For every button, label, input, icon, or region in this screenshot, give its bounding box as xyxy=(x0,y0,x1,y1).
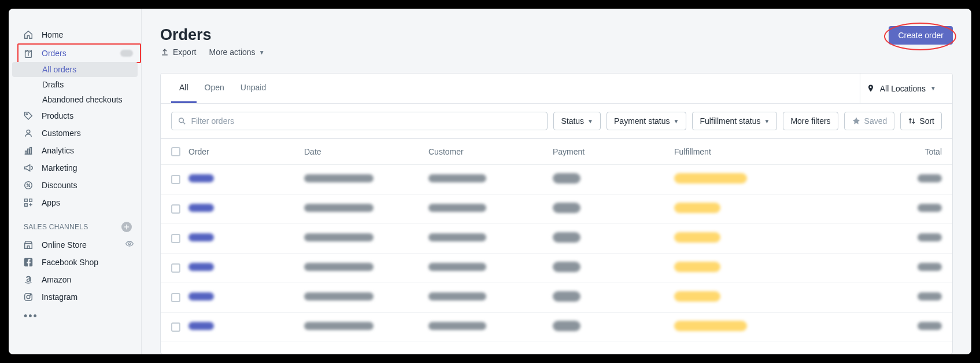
col-fulfillment[interactable]: Fulfillment xyxy=(674,147,824,156)
row-checkbox[interactable] xyxy=(171,263,180,273)
table-row[interactable] xyxy=(161,283,952,313)
row-checkbox[interactable] xyxy=(171,322,180,332)
search-input-wrap[interactable] xyxy=(171,112,548,130)
nav-marketing[interactable]: Marketing xyxy=(9,159,141,177)
svg-point-2 xyxy=(27,130,30,133)
svg-point-17 xyxy=(30,294,31,295)
svg-point-7 xyxy=(27,184,27,184)
table-header: Order Date Customer Payment Fulfillment … xyxy=(161,139,952,165)
nav-apps[interactable]: Apps xyxy=(9,194,141,211)
orders-table: Order Date Customer Payment Fulfillment … xyxy=(161,139,952,354)
create-order-button[interactable]: Create order xyxy=(889,26,953,45)
payment-badge xyxy=(553,203,580,213)
sort-icon xyxy=(908,117,916,125)
nav-instagram[interactable]: Instagram xyxy=(9,288,141,306)
search-icon xyxy=(177,116,186,126)
order-id[interactable] xyxy=(188,292,214,300)
nav-analytics[interactable]: Analytics xyxy=(9,142,141,159)
orders-icon xyxy=(23,48,34,58)
payment-badge xyxy=(553,173,580,184)
svg-rect-9 xyxy=(25,199,28,202)
col-date[interactable]: Date xyxy=(304,147,428,156)
table-row[interactable] xyxy=(161,313,952,342)
main-content: Orders Export More actions ▼ Create orde… xyxy=(142,9,971,354)
payment-badge xyxy=(553,321,580,331)
search-input[interactable] xyxy=(191,116,541,126)
nav-facebook[interactable]: Facebook Shop xyxy=(9,254,141,271)
order-count-badge xyxy=(120,50,133,57)
nav-customers[interactable]: Customers xyxy=(9,124,141,142)
order-id[interactable] xyxy=(188,174,214,182)
payment-status-filter[interactable]: Payment status▼ xyxy=(607,112,686,130)
fulfillment-badge xyxy=(674,291,720,302)
status-filter[interactable]: Status▼ xyxy=(553,112,601,130)
fulfillment-badge xyxy=(674,232,720,243)
export-button[interactable]: Export xyxy=(160,47,196,57)
table-row[interactable] xyxy=(161,254,952,283)
sales-channels-header: SALES CHANNELS xyxy=(9,211,141,236)
col-customer[interactable]: Customer xyxy=(428,147,553,156)
caret-down-icon: ▼ xyxy=(930,85,936,91)
tab-open[interactable]: Open xyxy=(197,74,232,103)
nav-products[interactable]: Products xyxy=(9,107,141,124)
tab-all[interactable]: All xyxy=(171,74,197,103)
row-checkbox[interactable] xyxy=(171,204,180,214)
order-id[interactable] xyxy=(188,263,214,271)
nav-discounts[interactable]: Discounts xyxy=(9,177,141,194)
row-checkbox[interactable] xyxy=(171,175,180,184)
more-actions-button[interactable]: More actions ▼ xyxy=(209,47,264,57)
subnav-all-orders[interactable]: All orders xyxy=(12,62,138,77)
discount-icon xyxy=(23,180,34,190)
nav-online-store[interactable]: Online Store xyxy=(9,236,141,254)
add-channel-icon[interactable] xyxy=(121,222,132,232)
nav-orders[interactable]: Orders xyxy=(17,43,141,63)
caret-down-icon: ▼ xyxy=(764,118,770,124)
svg-point-8 xyxy=(29,186,29,186)
table-row[interactable] xyxy=(161,195,952,224)
star-icon xyxy=(852,116,861,126)
saved-button[interactable]: Saved xyxy=(844,112,895,130)
payment-badge xyxy=(553,262,580,272)
fulfillment-badge xyxy=(674,262,720,272)
customer-name xyxy=(428,322,486,330)
order-id[interactable] xyxy=(188,233,214,241)
nav-amazon[interactable]: Amazon xyxy=(9,271,141,288)
fulfillment-status-filter[interactable]: Fulfillment status▼ xyxy=(692,112,777,130)
home-icon xyxy=(23,30,34,40)
nav-home[interactable]: Home xyxy=(9,26,141,43)
order-id[interactable] xyxy=(188,322,214,330)
svg-rect-11 xyxy=(25,204,28,207)
col-payment[interactable]: Payment xyxy=(553,147,674,156)
table-row[interactable] xyxy=(161,165,952,195)
facebook-icon xyxy=(23,257,34,267)
svg-rect-4 xyxy=(28,149,29,154)
fulfillment-badge xyxy=(674,173,747,184)
row-checkbox[interactable] xyxy=(171,293,180,302)
order-total xyxy=(918,322,942,330)
fulfillment-badge xyxy=(674,203,720,213)
more-filters-button[interactable]: More filters xyxy=(783,112,838,130)
preview-icon[interactable] xyxy=(125,239,134,250)
instagram-icon xyxy=(23,292,34,302)
svg-point-1 xyxy=(26,113,27,115)
table-row[interactable] xyxy=(161,224,952,254)
col-order[interactable]: Order xyxy=(188,147,304,156)
order-total xyxy=(918,204,942,212)
svg-point-18 xyxy=(179,118,184,123)
select-all-checkbox[interactable] xyxy=(171,147,180,156)
order-date xyxy=(304,292,373,300)
tab-unpaid[interactable]: Unpaid xyxy=(232,74,274,103)
tag-icon xyxy=(23,111,34,121)
order-id[interactable] xyxy=(188,204,214,212)
subnav-abandoned[interactable]: Abandoned checkouts xyxy=(9,92,141,107)
svg-rect-3 xyxy=(25,151,27,154)
sort-button[interactable]: Sort xyxy=(900,112,942,130)
location-selector[interactable]: All Locations ▼ xyxy=(860,74,942,103)
more-channels[interactable]: ••• xyxy=(9,306,141,327)
col-total[interactable]: Total xyxy=(824,147,942,156)
order-date xyxy=(304,263,373,271)
subnav-drafts[interactable]: Drafts xyxy=(9,77,141,92)
row-checkbox[interactable] xyxy=(171,234,180,243)
order-date xyxy=(304,174,373,182)
customer-name xyxy=(428,263,486,271)
